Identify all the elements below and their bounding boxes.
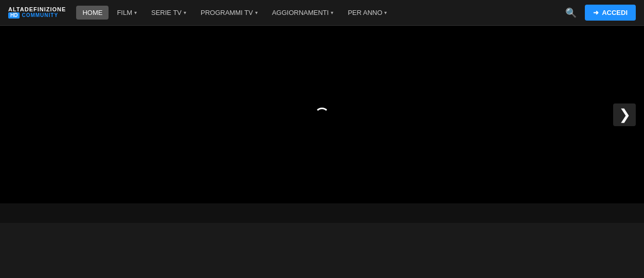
accedi-button[interactable]: ➜ ACCEDI — [585, 5, 636, 21]
chevron-icon: ▾ — [255, 10, 258, 15]
main-nav: HOMEFILM ▾SERIE TV ▾PROGRAMMI TV ▾AGGIOR… — [76, 6, 559, 20]
nav-item-film[interactable]: FILM ▾ — [111, 6, 143, 20]
chevron-icon: ▾ — [384, 10, 387, 15]
carousel-dots — [0, 203, 644, 223]
accedi-icon: ➜ — [593, 9, 599, 16]
header-right: 🔍 ➜ ACCEDI — [563, 5, 636, 21]
nav-item-aggiornamenti[interactable]: AGGIORNAMENTI ▾ — [266, 6, 340, 20]
search-button[interactable]: 🔍 — [563, 5, 579, 21]
nav-item-serie-tv[interactable]: SERIE TV ▾ — [145, 6, 192, 20]
hero-next-button[interactable]: ❯ — [613, 103, 636, 126]
logo: ALTADEFINIZIONE HD COMMUNITY — [8, 7, 66, 19]
categories-bar — [0, 223, 644, 278]
chevron-icon: ▾ — [331, 10, 333, 15]
nav-item-per-anno[interactable]: PER ANNO ▾ — [342, 6, 393, 20]
logo-top: ALTADEFINIZIONE — [8, 7, 66, 12]
nav-item-home[interactable]: HOME — [76, 6, 109, 20]
chevron-icon: ▾ — [184, 10, 186, 15]
accedi-label: ACCEDI — [602, 9, 628, 16]
logo-hd: HD — [8, 12, 20, 19]
hero-section: ❯ — [0, 26, 644, 203]
header: ALTADEFINIZIONE HD COMMUNITY HOMEFILM ▾S… — [0, 0, 644, 26]
logo-bottom: HD COMMUNITY — [8, 12, 66, 19]
nav-item-programmi-tv[interactable]: PROGRAMMI TV ▾ — [194, 6, 264, 20]
chevron-icon: ▾ — [134, 10, 137, 15]
loading-spinner — [315, 108, 329, 122]
logo-community: COMMUNITY — [22, 13, 58, 18]
